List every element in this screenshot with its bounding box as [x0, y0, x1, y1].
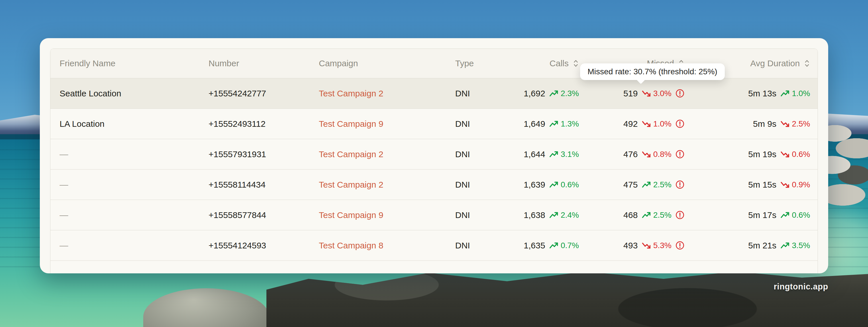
type-cell: DNI	[455, 180, 527, 190]
column-header-type: Type	[455, 58, 527, 68]
campaign-link[interactable]: Test Campaign 2	[319, 89, 383, 98]
number-cell: +15557931931	[209, 149, 319, 159]
alert-icon	[676, 89, 684, 98]
tooltip-text: Missed rate: 30.7% (threshold: 25%)	[588, 67, 717, 76]
missed-cell: 475 2.5%	[579, 180, 684, 190]
trend-up-icon	[549, 89, 558, 98]
avg-duration-cell: 5m 9s 2.5%	[684, 119, 818, 129]
avg-duration-cell: 5m 13s 1.0%	[684, 89, 818, 99]
background-boulders	[822, 124, 868, 207]
trend-down-icon	[780, 181, 789, 189]
friendly-name-cell: —	[51, 210, 209, 220]
missed-cell: 519 3.0%	[579, 89, 684, 99]
calls-cell: 1,649 1.3%	[527, 119, 579, 129]
trend-down-icon	[642, 242, 651, 250]
number-cell: +15558114434	[209, 180, 319, 190]
missed-trend: 1.0%	[642, 119, 672, 129]
trend-up-icon	[780, 242, 789, 250]
missed-cell: 476 0.8%	[579, 149, 684, 159]
alert-icon	[676, 119, 684, 128]
trend-down-icon	[642, 150, 651, 158]
trend-up-icon	[780, 89, 789, 98]
trend-up-icon	[642, 211, 651, 219]
calls-trend: 2.3%	[549, 89, 579, 98]
trend-up-icon	[549, 242, 558, 250]
calls-cell: 1,692 2.3%	[527, 89, 579, 99]
calls-cell: 1,644 3.1%	[527, 149, 579, 159]
type-cell: DNI	[455, 119, 527, 129]
table-row[interactable]: LA Location +15552493112 Test Campaign 9…	[51, 108, 817, 139]
trend-up-icon	[780, 211, 789, 219]
sort-icon	[572, 59, 579, 68]
missed-trend: 0.8%	[642, 150, 672, 159]
trend-down-icon	[642, 89, 651, 98]
calls-cell: 1,639 0.6%	[527, 180, 579, 190]
sort-icon	[804, 59, 810, 68]
number-cell: +15554124593	[209, 241, 319, 250]
column-header-calls[interactable]: Calls	[527, 58, 579, 68]
friendly-name-cell: —	[51, 149, 209, 159]
trend-down-icon	[780, 120, 789, 128]
duration-trend: 2.5%	[780, 119, 810, 129]
calls-cell: 1,635 0.7%	[527, 241, 579, 250]
trend-down-icon	[780, 150, 789, 158]
number-cell: +15552493112	[209, 119, 319, 129]
duration-trend: 0.6%	[780, 150, 810, 159]
missed-rate-tooltip: Missed rate: 30.7% (threshold: 25%)	[580, 63, 725, 80]
campaign-cell: Test Campaign 2	[319, 180, 455, 190]
missed-trend: 3.0%	[642, 89, 672, 98]
table-row[interactable]: Seattle Location +15554242777 Test Campa…	[51, 78, 817, 108]
campaign-cell: Test Campaign 9	[319, 119, 455, 129]
alert-icon	[676, 241, 684, 250]
column-header-friendly-name: Friendly Name	[51, 58, 209, 68]
trend-up-icon	[642, 181, 651, 189]
type-cell: DNI	[455, 89, 527, 99]
calls-cell: 1,638 2.4%	[527, 210, 579, 220]
avg-duration-cell: 5m 15s 0.9%	[684, 180, 818, 190]
calls-trend: 0.7%	[549, 241, 579, 250]
friendly-name-cell: Seattle Location	[51, 89, 209, 99]
watermark-label: ringtonic.app	[774, 282, 828, 292]
table-row[interactable]: — +15558114434 Test Campaign 2 DNI 1,639…	[51, 169, 817, 200]
calls-trend: 0.6%	[549, 180, 579, 189]
trend-down-icon	[642, 120, 651, 128]
duration-trend: 0.6%	[780, 211, 810, 220]
campaign-link[interactable]: Test Campaign 2	[319, 149, 383, 159]
column-header-campaign: Campaign	[319, 58, 455, 68]
calls-trend: 3.1%	[549, 150, 579, 159]
friendly-name-cell: —	[51, 180, 209, 190]
campaign-cell: Test Campaign 2	[319, 149, 455, 159]
column-header-number: Number	[209, 58, 319, 68]
campaign-link[interactable]: Test Campaign 2	[319, 180, 383, 189]
table-row-partial	[51, 261, 817, 273]
duration-trend: 3.5%	[780, 241, 810, 250]
campaign-link[interactable]: Test Campaign 8	[319, 241, 383, 250]
type-cell: DNI	[455, 210, 527, 220]
type-cell: DNI	[455, 241, 527, 250]
campaign-link[interactable]: Test Campaign 9	[319, 210, 383, 220]
campaign-cell: Test Campaign 8	[319, 241, 455, 250]
campaign-link[interactable]: Test Campaign 9	[319, 119, 383, 129]
alert-icon	[676, 180, 684, 189]
missed-cell: 492 1.0%	[579, 119, 684, 129]
missed-trend: 5.3%	[642, 241, 672, 250]
trend-up-icon	[549, 211, 558, 219]
alert-icon	[676, 211, 684, 219]
number-cell: +15554242777	[209, 89, 319, 99]
number-cell: +15558577844	[209, 210, 319, 220]
campaign-cell: Test Campaign 2	[319, 89, 455, 99]
trend-up-icon	[549, 150, 558, 158]
avg-duration-cell: 5m 17s 0.6%	[684, 210, 818, 220]
table-row[interactable]: — +15554124593 Test Campaign 8 DNI 1,635…	[51, 230, 817, 261]
campaign-cell: Test Campaign 9	[319, 210, 455, 220]
table-row[interactable]: — +15557931931 Test Campaign 2 DNI 1,644…	[51, 139, 817, 169]
calls-trend: 2.4%	[549, 211, 579, 220]
missed-trend: 2.5%	[642, 211, 672, 220]
calls-table: Friendly Name Number Campaign Type Calls…	[50, 49, 818, 273]
missed-cell: 493 5.3%	[579, 241, 684, 250]
avg-duration-cell: 5m 21s 3.5%	[684, 241, 818, 250]
table-row[interactable]: — +15558577844 Test Campaign 9 DNI 1,638…	[51, 200, 817, 230]
trend-up-icon	[549, 120, 558, 128]
friendly-name-cell: —	[51, 241, 209, 250]
alert-icon	[676, 150, 684, 159]
